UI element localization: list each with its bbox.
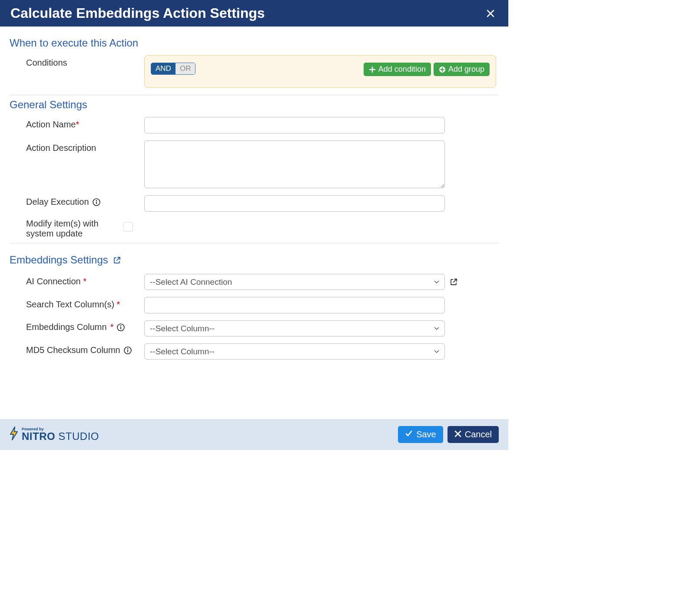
- search-text-label-text: Search Text Column(s): [26, 300, 114, 309]
- or-segment[interactable]: OR: [176, 63, 196, 74]
- cancel-label: Cancel: [465, 430, 492, 440]
- conditions-row: Conditions AND OR Add condition: [10, 55, 499, 88]
- brand-light: STUDIO: [58, 430, 99, 442]
- svg-line-10: [117, 257, 120, 260]
- action-description-control: [144, 140, 499, 188]
- search-text-row: Search Text Column(s) *: [10, 297, 499, 313]
- brand-name: NITRO STUDIO: [22, 430, 99, 442]
- action-name-label-text: Action Name: [26, 120, 76, 129]
- md5-row: MD5 Checksum Column --Select Column--: [10, 343, 499, 360]
- add-condition-label: Add condition: [378, 65, 426, 74]
- md5-select[interactable]: --Select Column--: [144, 343, 445, 360]
- action-name-row: Action Name*: [10, 117, 499, 133]
- add-group-button[interactable]: Add group: [434, 63, 490, 76]
- modal-body: When to execute this Action Conditions A…: [0, 27, 508, 419]
- ai-connection-label-text: AI Connection: [26, 276, 81, 286]
- required-mark: *: [110, 322, 114, 332]
- md5-control: --Select Column--: [144, 343, 499, 360]
- modify-system-checkbox[interactable]: [123, 222, 133, 232]
- info-icon[interactable]: [124, 346, 132, 354]
- section-when-title: When to execute this Action: [10, 37, 499, 49]
- plus-circle-icon: [439, 65, 446, 74]
- action-description-textarea[interactable]: [144, 140, 445, 188]
- embeddings-column-control: --Select Column--: [144, 320, 499, 336]
- add-condition-button[interactable]: Add condition: [364, 63, 431, 76]
- plus-icon: [369, 65, 376, 74]
- svg-point-16: [127, 348, 128, 349]
- search-text-control: [144, 297, 499, 313]
- save-button[interactable]: Save: [398, 426, 443, 443]
- required-mark: *: [83, 276, 86, 286]
- svg-point-8: [96, 200, 96, 201]
- conditions-box: AND OR Add condition Add group: [144, 55, 496, 88]
- search-text-label: Search Text Column(s) *: [10, 297, 144, 310]
- brand-logo-icon: [8, 426, 20, 443]
- embeddings-title-text: Embeddings Settings: [10, 254, 108, 266]
- action-description-label: Action Description: [10, 140, 144, 153]
- delay-execution-input[interactable]: [144, 195, 445, 212]
- ai-connection-control: --Select AI Connection: [144, 274, 499, 290]
- ai-connection-select[interactable]: --Select AI Connection: [144, 274, 445, 290]
- modal-footer: Powered by NITRO STUDIO Save Cancel: [0, 419, 508, 450]
- search-text-input[interactable]: [144, 297, 445, 313]
- svg-point-13: [120, 325, 121, 326]
- action-name-label: Action Name*: [10, 117, 144, 130]
- conditions-label: Conditions: [10, 55, 144, 68]
- condition-buttons: Add condition Add group: [364, 63, 490, 76]
- info-icon[interactable]: [93, 198, 100, 206]
- action-name-control: [144, 117, 499, 133]
- close-icon: [454, 430, 461, 440]
- and-or-toggle[interactable]: AND OR: [151, 63, 196, 75]
- required-mark: *: [76, 120, 80, 129]
- ai-connection-row: AI Connection * --Select AI Connection: [10, 274, 499, 290]
- delay-execution-label: Delay Execution: [10, 195, 144, 207]
- footer-brand: Powered by NITRO STUDIO: [8, 426, 99, 443]
- add-group-label: Add group: [448, 65, 484, 74]
- brand-bold: NITRO: [22, 430, 55, 442]
- and-segment[interactable]: AND: [151, 63, 176, 74]
- delay-execution-control: [144, 195, 499, 212]
- footer-buttons: Save Cancel: [398, 426, 499, 443]
- section-embeddings-title: Embeddings Settings: [10, 254, 499, 266]
- check-icon: [405, 430, 413, 440]
- cancel-button[interactable]: Cancel: [447, 426, 499, 443]
- embeddings-column-select[interactable]: --Select Column--: [144, 320, 445, 336]
- close-icon: [487, 7, 494, 20]
- embeddings-column-label-text: Embeddings Column: [26, 322, 107, 332]
- required-mark: *: [117, 300, 120, 309]
- modal-header: Calculate Embeddings Action Settings: [0, 0, 508, 27]
- ai-connection-label: AI Connection *: [10, 274, 144, 286]
- modal-title: Calculate Embeddings Action Settings: [10, 5, 265, 21]
- close-button[interactable]: [483, 6, 498, 21]
- svg-rect-17: [127, 350, 128, 352]
- svg-rect-14: [121, 326, 122, 329]
- delay-execution-row: Delay Execution: [10, 195, 499, 212]
- modify-system-row: Modify item(s) with system update: [10, 219, 499, 239]
- embeddings-column-label: Embeddings Column *: [10, 320, 144, 332]
- action-description-row: Action Description: [10, 140, 499, 188]
- md5-label: MD5 Checksum Column: [10, 343, 144, 355]
- info-icon[interactable]: [117, 323, 125, 331]
- external-link-icon[interactable]: [450, 278, 457, 286]
- md5-label-text: MD5 Checksum Column: [26, 345, 120, 355]
- save-label: Save: [416, 430, 436, 440]
- modify-system-control: [123, 219, 499, 232]
- external-link-icon[interactable]: [113, 256, 121, 264]
- section-general-title: General Settings: [10, 99, 499, 111]
- modal-dialog: Calculate Embeddings Action Settings Whe…: [0, 0, 508, 450]
- embeddings-column-row: Embeddings Column * --Select Column--: [10, 320, 499, 336]
- svg-line-11: [454, 279, 457, 282]
- section-separator-2: [10, 243, 499, 243]
- section-separator: [10, 95, 499, 95]
- svg-rect-9: [96, 201, 97, 204]
- delay-execution-label-text: Delay Execution: [26, 197, 89, 207]
- modify-system-label: Modify item(s) with system update: [10, 219, 123, 239]
- action-name-input[interactable]: [144, 117, 445, 133]
